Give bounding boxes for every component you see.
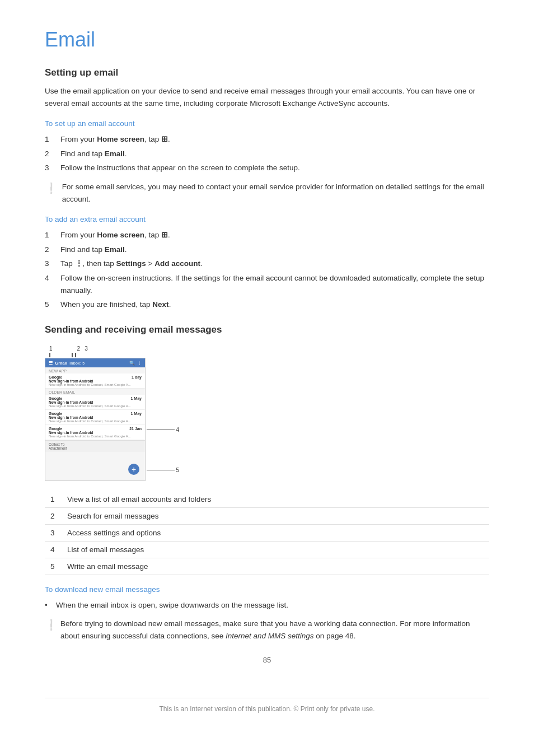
phone-screen: ☰ Gmail Inbox: 5 🔍 ⋮ NEW APP Google — [45, 358, 146, 481]
add-step-1: 1 From your Home screen, tap ⊞. — [45, 229, 489, 241]
legend-num-1: 1 — [45, 491, 62, 508]
phone-mockup-area: 1 2 3 ☰ Gmail Inbox: 5 — [45, 346, 489, 481]
page-title: Email — [45, 28, 489, 52]
phone-email-older-2: Google 1 May New sign-in from Android Ne… — [45, 410, 145, 425]
add-step-4: 4 Follow the on-screen instructions. If … — [45, 272, 489, 296]
setup-steps-list: 1 From your Home screen, tap ⊞. 2 Find a… — [45, 133, 489, 174]
callout-line-3 — [75, 353, 76, 357]
download-note-icon: ❕ — [45, 617, 55, 642]
phone-email-new-1: Google 1 day New sign-in from Android Ne… — [45, 374, 145, 389]
callout-numbers-row: 1 2 3 — [49, 346, 146, 352]
legend-num-4: 4 — [45, 541, 62, 558]
legend-desc-4: List of email messages — [62, 541, 489, 558]
callout-num-4: 4 — [176, 427, 179, 433]
phone-compose-bar: Collect ToAttachment + — [45, 440, 145, 452]
setup-note-text: For some email services, you may need to… — [62, 181, 489, 205]
phone-more-icon: ⋮ — [137, 361, 142, 366]
page: Email Setting up email Use the email app… — [0, 0, 534, 746]
callout-num-1: 1 — [49, 346, 53, 352]
phone-search-icon: 🔍 — [129, 361, 135, 366]
callout-num-5: 5 — [176, 467, 179, 473]
legend-row-5: 5 Write an email message — [45, 558, 489, 575]
download-bullet-list: When the email inbox is open, swipe down… — [45, 599, 489, 612]
download-bullet-text: When the email inbox is open, swipe down… — [56, 599, 288, 612]
setup-step-3: 3 Follow the instructions that appear on… — [45, 162, 489, 174]
page-number: 85 — [45, 656, 489, 664]
phone-bar-icons: 🔍 ⋮ — [129, 361, 142, 366]
legend-num-2: 2 — [45, 507, 62, 524]
setup-note: ❕ For some email services, you may need … — [45, 181, 489, 205]
download-bullet-1: When the email inbox is open, swipe down… — [45, 599, 489, 612]
subsection1-heading: To set up an email account — [45, 119, 489, 128]
add-step-5: 5 When you are finished, tap Next. — [45, 298, 489, 311]
phone-email-older-3: Google 21 Jan New sign-in from Android N… — [45, 425, 145, 440]
legend-row-4: 4 List of email messages — [45, 541, 489, 558]
callout-line-2 — [72, 353, 73, 357]
add-step-3: 3 Tap ⋮, then tap Settings > Add account… — [45, 258, 489, 270]
download-note: ❕ Before trying to download new email me… — [45, 618, 489, 642]
phone-fab-button[interactable]: + — [128, 464, 139, 475]
legend-num-5: 5 — [45, 558, 62, 575]
legend-desc-2: Search for email messages — [62, 507, 489, 524]
callout-num-3: 3 — [85, 346, 88, 352]
phone-section-new: NEW APP — [45, 367, 145, 374]
callout-line-4 — [147, 430, 175, 430]
footer-copyright: This is an Internet version of this publ… — [159, 705, 374, 713]
callout-num-2: 2 — [77, 346, 81, 352]
phone-top-bar: ☰ Gmail Inbox: 5 🔍 ⋮ — [45, 358, 145, 367]
callout-line-1 — [49, 353, 50, 357]
legend-row-1: 1 View a list of all email accounts and … — [45, 491, 489, 508]
phone-email-older-1: Google 1 May New sign-in from Android Ne… — [45, 395, 145, 410]
note-icon: ❕ — [45, 180, 57, 205]
section1-intro: Use the email application on your device… — [45, 85, 489, 109]
phone-inbox-label: Inbox: 5 — [69, 361, 85, 365]
phone-section-older: Older email — [45, 389, 145, 395]
setup-step-2: 2 Find and tap Email. — [45, 148, 489, 160]
add-step-2: 2 Find and tap Email. — [45, 244, 489, 256]
callout-line-5 — [147, 470, 175, 470]
legend-desc-3: Access settings and options — [62, 524, 489, 541]
download-note-text: Before trying to download new email mess… — [60, 618, 489, 642]
legend-row-3: 3 Access settings and options — [45, 524, 489, 541]
setting-up-email-section: Setting up email Use the email applicati… — [45, 67, 489, 311]
add-account-steps-list: 1 From your Home screen, tap ⊞. 2 Find a… — [45, 229, 489, 311]
phone-compose-label: Collect ToAttachment — [49, 442, 67, 450]
legend-row-2: 2 Search for email messages — [45, 507, 489, 524]
callout-4-container: 4 — [147, 427, 179, 433]
footer: This is an Internet version of this publ… — [45, 698, 489, 713]
legend-desc-1: View a list of all email accounts and fo… — [62, 491, 489, 508]
phone-callout-wrapper: 1 2 3 ☰ Gmail Inbox: 5 — [45, 346, 146, 481]
legend-table: 1 View a list of all email accounts and … — [45, 491, 489, 575]
setup-step-1: 1 From your Home screen, tap ⊞. — [45, 133, 489, 146]
subsection2-heading: To add an extra email account — [45, 215, 489, 223]
legend-num-3: 3 — [45, 524, 62, 541]
section1-heading: Setting up email — [45, 67, 489, 78]
phone-app-name: Gmail — [55, 361, 67, 366]
phone-menu-icon: ☰ — [49, 361, 53, 366]
section2-heading: Sending and receiving email messages — [45, 324, 489, 335]
sending-receiving-section: Sending and receiving email messages 1 2… — [45, 324, 489, 642]
download-subheading: To download new email messages — [45, 585, 489, 594]
callout-5-container: 5 — [147, 467, 179, 473]
legend-desc-5: Write an email message — [62, 558, 489, 575]
